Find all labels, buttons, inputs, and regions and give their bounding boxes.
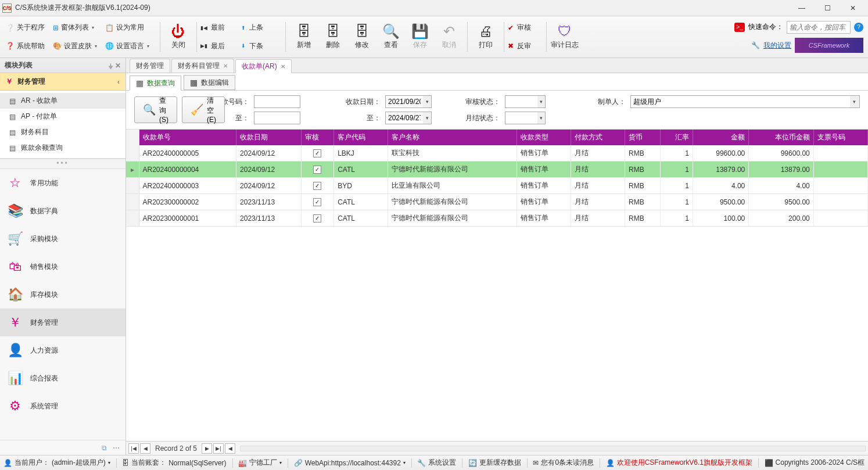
add-button[interactable]: 🗄新增 [289, 19, 318, 55]
cancel-button[interactable]: ↶取消 [435, 19, 464, 55]
table-row[interactable]: AR2024000000052024/09/12✓LBKJ联宝科技销售订单月结R… [126, 145, 868, 162]
module-item[interactable]: 📊综合报表 [0, 364, 125, 392]
table-row[interactable]: AR2023000000012023/11/13✓CATL宁德时代新能源有限公司… [126, 210, 868, 227]
audit-log-button[interactable]: 🛡审计日志 [550, 19, 579, 55]
my-settings-link[interactable]: 我的设置 [763, 41, 791, 51]
doc-tab[interactable]: 财务科目管理✕ [171, 59, 234, 73]
doc-tab[interactable]: 收款单(AR)✕ [235, 59, 292, 73]
col-header[interactable]: 汇率 [660, 130, 693, 145]
sub-tab[interactable]: ▦数据编辑 [184, 75, 235, 90]
close-window-button[interactable]: ✕ [840, 0, 866, 16]
tree-item[interactable]: ▤财务科目 [0, 124, 125, 140]
table-row[interactable]: AR2024000000032024/09/12✓BYD比亚迪有限公司销售订单月… [126, 178, 868, 194]
set-lang-menu[interactable]: 🌐设置语言▾ [104, 41, 150, 52]
module-item[interactable]: 🛒采购模块 [0, 225, 125, 253]
month-status-dd[interactable]: ▾ [537, 112, 546, 124]
pin-icon[interactable]: ⏚ [109, 62, 113, 70]
date-to-input[interactable] [385, 112, 423, 124]
doc-tab[interactable]: 财务管理 [130, 59, 170, 73]
approve-button[interactable]: ✔审核 [508, 21, 543, 34]
status-messages[interactable]: ✉您有0条未读消息 [533, 458, 594, 468]
help-icon[interactable]: ? [854, 23, 863, 32]
module-icon: ☆ [7, 175, 23, 191]
cell: 13879.00 [749, 162, 813, 178]
col-header[interactable]: 收款类型 [517, 130, 571, 145]
module-item[interactable]: 🛍销售模块 [0, 253, 125, 281]
data-grid[interactable]: 收款单号收款日期审核客户代码客户名称收款类型付款方式货币汇率金额本位币金额支票号… [126, 130, 868, 227]
col-header[interactable]: 客户代码 [334, 130, 388, 145]
status-refresh-cache[interactable]: 🔄更新缓存数据 [468, 458, 521, 468]
view-button[interactable]: 🔍查看 [376, 19, 406, 55]
status-webapi[interactable]: 🔗WebApi:https://localhost:44392▾ [294, 459, 406, 467]
col-header[interactable]: 客户名称 [388, 130, 517, 145]
status-sys-settings[interactable]: 🔧系统设置 [417, 458, 456, 468]
minimize-button[interactable]: — [789, 0, 815, 16]
edit-button[interactable]: 🗄修改 [347, 19, 376, 55]
month-status-select[interactable] [505, 112, 537, 124]
table-row[interactable]: ▸AR2024000000042024/09/12✓CATL宁德时代新能源有限公… [126, 162, 868, 178]
sidebar-grip[interactable]: ••• [0, 159, 125, 169]
page-prev[interactable]: ◀ [140, 443, 150, 454]
set-skin-menu[interactable]: 🎨设置皮肤▾ [52, 41, 98, 52]
delete-button[interactable]: 🗄删除 [318, 19, 347, 55]
module-item[interactable]: 📚数据字典 [0, 197, 125, 225]
nav-last[interactable]: ▶▮最后 [200, 40, 241, 52]
sub-tab[interactable]: ▦数据查询 [130, 76, 181, 91]
nav-first[interactable]: ▮◀最前 [200, 21, 241, 34]
close-panel-icon[interactable]: ✕ [115, 62, 121, 70]
audit-status-select[interactable] [505, 95, 537, 108]
page-next[interactable]: ▶ [202, 443, 212, 454]
cell: ✓ [301, 162, 333, 178]
module-item[interactable]: ￥财务管理 [0, 308, 125, 336]
page-first[interactable]: |◀ [128, 443, 139, 454]
date-to-picker[interactable]: ▾ [423, 112, 432, 124]
col-header[interactable]: 审核 [301, 130, 333, 145]
maker-select[interactable] [630, 95, 850, 108]
close-tab-icon[interactable]: ✕ [281, 63, 285, 70]
module-head[interactable]: ￥ 财务管理 ‹ [0, 73, 125, 91]
status-user[interactable]: 👤当前用户：(admin-超级用户)▾ [3, 458, 110, 468]
col-header[interactable]: 金额 [693, 130, 749, 145]
tree-item[interactable]: ▤账款余额查询 [0, 140, 125, 156]
page-last[interactable]: ▶| [213, 443, 224, 454]
window-list-menu[interactable]: ⊞窗体列表▾ [52, 22, 98, 33]
copy-icon[interactable]: ⧉ [102, 444, 107, 452]
reject-button[interactable]: ✖反审 [508, 40, 543, 52]
date-from-input[interactable] [385, 95, 423, 108]
nav-prev[interactable]: ⬆上条 [241, 21, 282, 34]
maximize-button[interactable]: ☐ [815, 0, 840, 16]
module-item[interactable]: 👤人力资源 [0, 336, 125, 364]
close-tab-icon[interactable]: ✕ [223, 63, 228, 69]
module-item[interactable]: 🏠库存模块 [0, 281, 125, 308]
maker-dd[interactable]: ▾ [850, 95, 860, 108]
scroll-track[interactable] [240, 446, 866, 451]
set-common-menu[interactable]: 📋设为常用 [104, 22, 150, 33]
audit-status-dd[interactable]: ▾ [537, 95, 546, 108]
status-account[interactable]: 🗄当前账套：Normal(SqlServer) [122, 458, 226, 468]
status-plant[interactable]: 🏭宁德工厂▾ [238, 458, 282, 468]
print-button[interactable]: 🖨打印 [471, 19, 500, 55]
col-header[interactable]: 本位币金额 [749, 130, 813, 145]
sys-help-menu[interactable]: ❓系统帮助 [5, 41, 46, 52]
tree-item[interactable]: ▤AR - 收款单 [0, 93, 125, 109]
page-refresh[interactable]: ◀ [225, 443, 235, 454]
more-icon[interactable]: ⋯ [113, 444, 120, 452]
module-item[interactable]: ☆常用功能 [0, 169, 125, 197]
quick-cmd-input[interactable] [787, 21, 851, 34]
col-header[interactable]: 货币 [625, 130, 660, 145]
nav-next[interactable]: ⬇下条 [241, 40, 282, 52]
search-button[interactable]: 🔍查询(S) [134, 96, 177, 123]
receipt-no-input[interactable] [254, 95, 300, 108]
save-button[interactable]: 💾保存 [406, 19, 435, 55]
receipt-no-to-input[interactable] [254, 112, 300, 124]
col-header[interactable]: 收款单号 [139, 130, 236, 145]
about-menu[interactable]: ❔关于程序 [5, 22, 46, 33]
col-header[interactable]: 支票号码 [813, 130, 867, 145]
tree-item[interactable]: ▤AP - 付款单 [0, 109, 125, 124]
module-item[interactable]: ⚙系统管理 [0, 392, 125, 420]
table-row[interactable]: AR2023000000022023/11/13✓CATL宁德时代新能源有限公司… [126, 194, 868, 210]
close-button[interactable]: ⏻关闭 [164, 19, 193, 55]
date-from-picker[interactable]: ▾ [423, 95, 432, 108]
col-header[interactable]: 收款日期 [236, 130, 302, 145]
col-header[interactable]: 付款方式 [571, 130, 625, 145]
